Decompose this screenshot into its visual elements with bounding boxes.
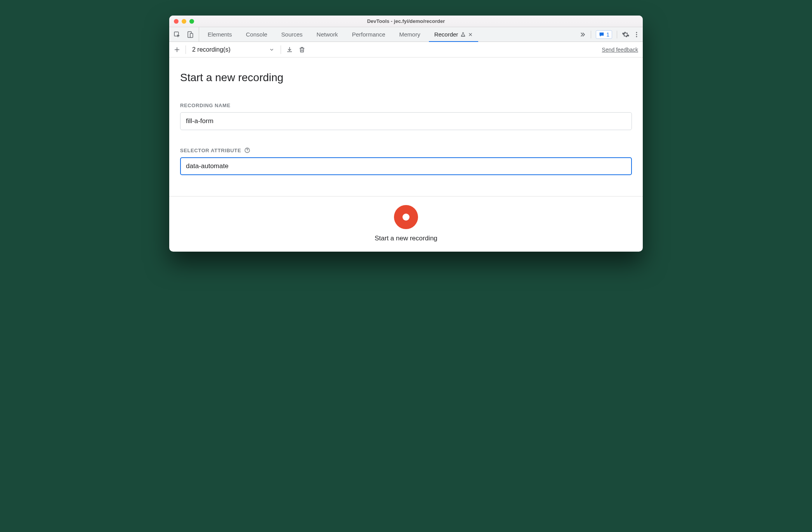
- selector-attribute-group: SELECTOR ATTRIBUTE: [180, 147, 632, 175]
- tabs: Elements Console Sources Network Perform…: [201, 27, 577, 42]
- close-tab-icon[interactable]: [468, 32, 473, 37]
- start-recording-label: Start a new recording: [375, 235, 437, 242]
- issues-button[interactable]: 1: [596, 30, 612, 39]
- help-icon[interactable]: [244, 147, 250, 153]
- tab-label: Network: [317, 31, 338, 38]
- tab-label: Performance: [352, 31, 385, 38]
- tab-label: Sources: [281, 31, 303, 38]
- tab-memory[interactable]: Memory: [392, 27, 427, 42]
- minimize-window-button[interactable]: [182, 19, 186, 24]
- maximize-window-button[interactable]: [189, 19, 194, 24]
- window-titlebar: DevTools - jec.fyi/demo/recorder: [169, 16, 643, 27]
- recordings-dropdown[interactable]: 2 recording(s): [191, 45, 276, 54]
- send-feedback-link[interactable]: Send feedback: [602, 47, 638, 53]
- recorder-toolbar: 2 recording(s) Send feedback: [169, 42, 643, 57]
- devtools-tabstrip: Elements Console Sources Network Perform…: [169, 27, 643, 42]
- new-recording-icon[interactable]: [173, 46, 181, 54]
- divider: [186, 45, 186, 54]
- issues-count: 1: [606, 31, 609, 38]
- tab-performance[interactable]: Performance: [345, 27, 392, 42]
- svg-point-7: [247, 151, 248, 152]
- start-recording-button[interactable]: [394, 205, 418, 229]
- divider: [281, 45, 281, 54]
- delete-icon[interactable]: [298, 46, 306, 54]
- record-icon: [403, 214, 409, 221]
- devtools-window: DevTools - jec.fyi/demo/recorder Element…: [169, 16, 643, 252]
- recordings-label: 2 recording(s): [192, 46, 231, 53]
- more-tabs-icon[interactable]: [578, 31, 586, 38]
- tab-label: Elements: [208, 31, 232, 38]
- tab-label: Console: [246, 31, 267, 38]
- tab-network[interactable]: Network: [310, 27, 345, 42]
- svg-rect-2: [190, 33, 193, 38]
- selector-attribute-input[interactable]: [180, 157, 632, 175]
- svg-point-3: [636, 32, 637, 33]
- tab-recorder[interactable]: Recorder: [427, 27, 480, 42]
- divider: [591, 31, 591, 38]
- recorder-panel: Start a new recording RECORDING NAME SEL…: [169, 57, 643, 196]
- settings-icon[interactable]: [622, 31, 630, 38]
- tab-label: Recorder: [434, 31, 458, 38]
- kebab-menu-icon[interactable]: [633, 31, 640, 38]
- page-heading: Start a new recording: [180, 71, 632, 84]
- inspect-element-icon[interactable]: [173, 31, 181, 38]
- recording-name-input[interactable]: [180, 112, 632, 130]
- recording-name-group: RECORDING NAME: [180, 103, 632, 130]
- tab-console[interactable]: Console: [239, 27, 274, 42]
- window-title: DevTools - jec.fyi/demo/recorder: [169, 18, 643, 24]
- tab-label: Memory: [399, 31, 420, 38]
- tabstrip-left: [173, 27, 199, 42]
- flask-icon: [460, 32, 466, 37]
- tab-elements[interactable]: Elements: [201, 27, 239, 42]
- recording-name-label: RECORDING NAME: [180, 103, 632, 108]
- svg-point-5: [636, 36, 637, 37]
- message-icon: [599, 31, 605, 38]
- selector-attribute-label: SELECTOR ATTRIBUTE: [180, 147, 632, 153]
- svg-point-4: [636, 34, 637, 35]
- tabstrip-right: 1: [577, 27, 640, 42]
- footer: Start a new recording: [169, 196, 643, 252]
- export-icon[interactable]: [286, 46, 293, 54]
- divider: [617, 31, 617, 38]
- selector-attribute-label-text: SELECTOR ATTRIBUTE: [180, 148, 241, 153]
- device-toolbar-icon[interactable]: [186, 31, 194, 38]
- traffic-lights: [174, 19, 194, 24]
- close-window-button[interactable]: [174, 19, 179, 24]
- chevron-down-icon: [269, 47, 274, 52]
- tab-sources[interactable]: Sources: [274, 27, 310, 42]
